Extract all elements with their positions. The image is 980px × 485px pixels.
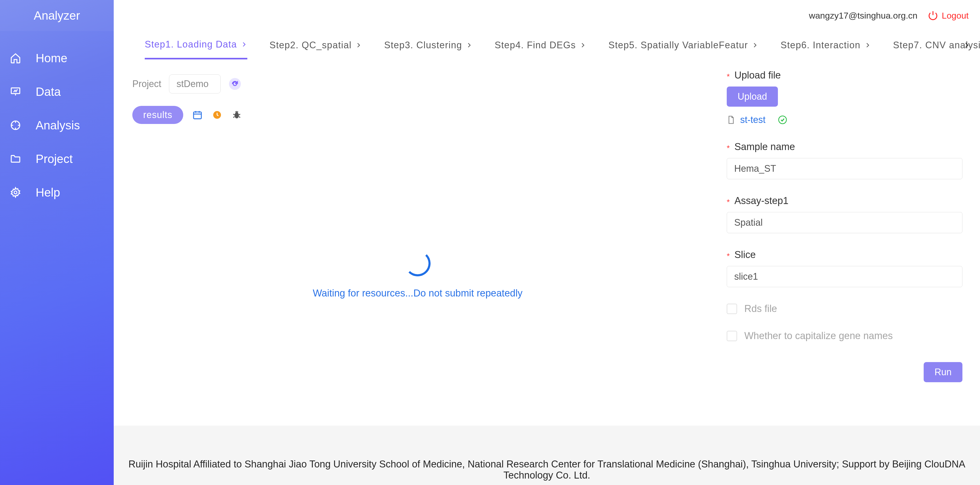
nav-item-analysis[interactable]: Analysis <box>0 108 114 142</box>
user-email: wangzy17@tsinghua.org.cn <box>809 11 918 21</box>
project-label: Project <box>132 79 161 89</box>
tab-step4[interactable]: Step4. Find DEGs <box>495 31 586 59</box>
tab-label: Step4. Find DEGs <box>495 40 576 51</box>
tab-label: Step5. Spatially VariableFeatur <box>608 40 748 51</box>
refresh-button[interactable] <box>229 78 241 90</box>
nav-item-project[interactable]: Project <box>0 142 114 176</box>
calendar-icon[interactable] <box>192 109 203 120</box>
nav-item-data[interactable]: Data <box>0 75 114 108</box>
waiting-text: Waiting for resources...Do not submit re… <box>313 288 523 299</box>
svg-rect-3 <box>194 112 201 119</box>
assay-input[interactable] <box>727 212 963 233</box>
loading-spinner-icon <box>405 250 431 276</box>
chevron-right-icon <box>355 42 362 49</box>
chevron-right-icon <box>751 42 758 49</box>
file-name: st-test <box>740 114 765 125</box>
required-mark: * <box>727 252 730 260</box>
tab-step2[interactable]: Step2. QC_spatial <box>270 31 362 59</box>
chevron-right-icon <box>864 42 871 49</box>
tab-label: Step3. Clustering <box>384 40 462 51</box>
rds-file-checkbox[interactable]: Rds file <box>727 303 963 314</box>
uploaded-file-item[interactable]: st-test <box>727 114 963 125</box>
home-icon <box>10 52 21 64</box>
results-chip[interactable]: results <box>132 106 183 124</box>
right-pane-form: * Upload file Upload st-test * <box>722 59 980 426</box>
left-pane: Project results <box>114 59 722 426</box>
nav-item-help[interactable]: Help <box>0 176 114 209</box>
tab-label: Step1. Loading Data <box>145 39 237 50</box>
check-circle-icon <box>778 115 787 124</box>
tab-label: Step2. QC_spatial <box>270 40 352 51</box>
presentation-icon <box>10 86 21 97</box>
capitalize-label: Whether to capitalize gene names <box>744 330 893 341</box>
logout-label: Logout <box>942 11 969 21</box>
upload-label: Upload file <box>735 70 781 81</box>
tab-step6[interactable]: Step6. Interaction <box>781 31 871 59</box>
nav-label: Analysis <box>36 118 80 132</box>
tab-step3[interactable]: Step3. Clustering <box>384 31 473 59</box>
upload-button[interactable]: Upload <box>727 87 778 107</box>
footer-text: Ruijin Hospital Affiliated to Shanghai J… <box>114 459 980 481</box>
run-button[interactable]: Run <box>924 362 963 382</box>
nav-label: Home <box>36 51 67 65</box>
chevron-right-icon <box>579 42 586 49</box>
target-icon <box>10 120 21 131</box>
nav-label: Help <box>36 185 60 200</box>
assay-label: Assay-step1 <box>735 195 789 206</box>
brand-title: Analyzer <box>0 0 114 31</box>
required-mark: * <box>727 144 730 152</box>
slice-input[interactable] <box>727 266 963 287</box>
chevron-right-icon <box>240 41 247 48</box>
tab-step1[interactable]: Step1. Loading Data <box>145 31 247 59</box>
rds-file-label: Rds file <box>744 303 777 314</box>
sample-name-input[interactable] <box>727 158 963 179</box>
checkbox-box-icon <box>727 331 737 341</box>
bug-icon[interactable] <box>231 109 242 120</box>
chevron-right-icon <box>466 42 473 49</box>
tabs-next-button[interactable] <box>960 39 973 51</box>
footer: Ruijin Hospital Affiliated to Shanghai J… <box>114 426 980 485</box>
folder-icon <box>10 153 21 165</box>
nav-item-home[interactable]: Home <box>0 41 114 75</box>
required-mark: * <box>727 73 730 80</box>
main: wangzy17@tsinghua.org.cn Logout Step1. L… <box>114 0 980 485</box>
tab-step5[interactable]: Step5. Spatially VariableFeatur <box>608 31 758 59</box>
tab-label: Step6. Interaction <box>781 40 860 51</box>
file-icon <box>727 116 735 124</box>
clock-icon[interactable] <box>212 109 223 120</box>
gear-icon <box>10 187 21 198</box>
step-tabs: Step1. Loading Data Step2. QC_spatial St… <box>114 31 980 59</box>
svg-point-2 <box>14 191 17 194</box>
slice-label: Slice <box>735 249 756 260</box>
nav: Home Data Analysis Project Help <box>0 31 114 209</box>
sidebar: Analyzer Home Data Analysis Project Help <box>0 0 114 485</box>
sample-name-label: Sample name <box>735 141 795 152</box>
nav-label: Data <box>36 85 61 99</box>
chevron-right-icon <box>963 41 970 49</box>
required-mark: * <box>727 198 730 206</box>
nav-label: Project <box>36 152 73 166</box>
spinner-area: Waiting for resources...Do not submit re… <box>132 147 703 415</box>
topbar: wangzy17@tsinghua.org.cn Logout <box>114 0 980 31</box>
svg-point-5 <box>235 113 239 118</box>
logout-button[interactable]: Logout <box>928 10 969 21</box>
capitalize-checkbox[interactable]: Whether to capitalize gene names <box>727 330 963 341</box>
refresh-icon <box>231 80 239 88</box>
checkbox-box-icon <box>727 304 737 314</box>
project-input[interactable] <box>169 74 221 94</box>
power-icon <box>928 10 938 21</box>
